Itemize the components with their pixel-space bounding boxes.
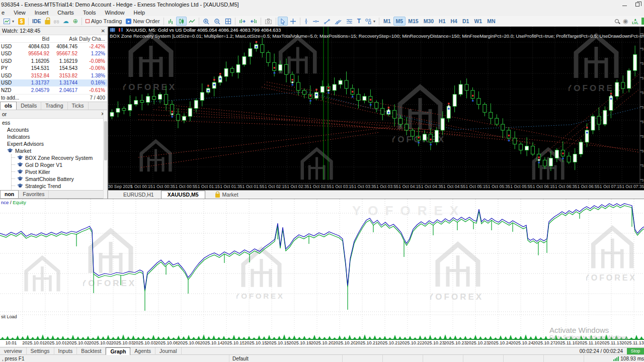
- tester-tab-backtest[interactable]: Backtest: [77, 347, 106, 355]
- market-tab[interactable]: Market: [215, 192, 238, 199]
- market-watch-row[interactable]: USD1.317371.317440.16%: [0, 79, 107, 87]
- tester-tab-settings[interactable]: Settings: [27, 347, 54, 355]
- metaeditor-button[interactable]: IDE: [30, 17, 43, 26]
- restore-button[interactable]: [631, 1, 644, 8]
- menu-item-e[interactable]: e: [0, 10, 9, 16]
- shapes-tool-button[interactable]: ▾: [363, 17, 377, 26]
- menu-item-charts[interactable]: Charts: [53, 10, 78, 16]
- tester-tab-verview[interactable]: verview: [0, 347, 27, 355]
- new-order-button[interactable]: ▸New Order: [124, 17, 162, 26]
- minimize-button[interactable]: [618, 1, 631, 8]
- market-watch-row[interactable]: USD1.162051.16219-0.08%: [0, 57, 107, 65]
- bars-chart-button[interactable]: [166, 17, 176, 26]
- timeframe-h1[interactable]: H1: [436, 17, 448, 26]
- timeframe-m30[interactable]: M30: [421, 17, 436, 26]
- chart-profile-button[interactable]: ▾: [1, 17, 16, 26]
- community-button[interactable]: ◉: [621, 17, 630, 26]
- menu-item-insert[interactable]: Insert: [30, 10, 53, 16]
- time-label: 1 Oct 00:15: [130, 184, 152, 190]
- chart-tab-xauusd-m5[interactable]: XAUUSD,M5: [161, 191, 205, 199]
- timeframe-h4[interactable]: H4: [448, 17, 460, 26]
- market-watch-row[interactable]: USD95654.9295667.521.22%: [0, 50, 107, 58]
- tab-ticks[interactable]: Ticks: [68, 102, 89, 110]
- chart-plot[interactable]: YOFOREXYOFOREXYOFOREX 33333333333 XAUUSD…: [108, 27, 644, 184]
- cursor-tool-button[interactable]: [278, 17, 288, 26]
- column-ask[interactable]: Ask: [50, 36, 78, 42]
- hline-tool-button[interactable]: [310, 17, 321, 26]
- tab-ols[interactable]: ols: [0, 102, 17, 110]
- chart-tab-eurusd-h1[interactable]: EURUSD,H1: [117, 191, 160, 199]
- menu-item-view[interactable]: View: [9, 10, 30, 16]
- menu-item-help[interactable]: Help: [129, 10, 150, 16]
- search-button[interactable]: [613, 17, 621, 26]
- navigator-item-indicators[interactable]: Indicators: [0, 133, 107, 140]
- algo-trading-button[interactable]: Algo Trading: [84, 17, 124, 26]
- time-label: 1 Oct 02:35: [287, 184, 309, 190]
- navigator-ea-item[interactable]: Strategic Trend: [12, 183, 107, 190]
- navigator-scrollbar[interactable]: [103, 110, 107, 199]
- level-button[interactable]: ▲LVL: [630, 17, 640, 26]
- column-daily-change[interactable]: Daily Cha...: [78, 36, 107, 42]
- market-watch-row[interactable]: USD4084.6334084.745-2.42%: [0, 43, 107, 50]
- navigator-item-label: Accounts: [7, 127, 29, 133]
- ea-label: Strategic Trend: [25, 183, 61, 189]
- crosshair-tool-button[interactable]: [288, 17, 298, 26]
- status-profile[interactable]: Default: [229, 355, 342, 362]
- navigator-item-market[interactable]: Market: [0, 147, 107, 154]
- navigator-ea-item[interactable]: Gol D Roger V1: [12, 161, 107, 168]
- equidistant-tool-button[interactable]: [344, 17, 355, 26]
- navigator-item-accounts[interactable]: Accounts: [0, 126, 107, 133]
- tile-windows-button[interactable]: [223, 17, 233, 26]
- tab-trading[interactable]: Trading: [41, 102, 67, 110]
- trendline-tool-button[interactable]: [321, 17, 333, 26]
- timeframe-m1[interactable]: M1: [381, 17, 393, 26]
- channel-tool-button[interactable]: [333, 17, 344, 26]
- navigator-ea-item[interactable]: Pivot Killer: [12, 168, 107, 175]
- deposit-button[interactable]: $: [16, 17, 27, 26]
- text-tool-button[interactable]: T: [355, 17, 363, 26]
- timeframe-m15[interactable]: M15: [406, 17, 421, 26]
- stop-button[interactable]: Stop: [627, 348, 644, 354]
- vline-tool-button[interactable]: [302, 17, 310, 26]
- market-watch-row[interactable]: PY154.531154.543-0.06%: [0, 65, 107, 72]
- tab-details[interactable]: Details: [17, 102, 41, 110]
- navigator-root[interactable]: ess: [0, 119, 107, 126]
- menu-item-tools[interactable]: Tools: [78, 10, 101, 16]
- tree-connector: [12, 186, 15, 186]
- navigator-ea-item[interactable]: BOX Zone Recovery System: [12, 154, 107, 161]
- tester-tab-journal[interactable]: Journal: [155, 347, 181, 355]
- close-icon[interactable]: ✕: [101, 28, 105, 34]
- tester-tab-inputs[interactable]: Inputs: [54, 347, 77, 355]
- tester-tab-bar: verviewSettingsInputsBacktestGraphAgents…: [0, 347, 644, 354]
- navigator-ea-item[interactable]: SmartChoise Battery: [12, 175, 107, 183]
- line-chart-button[interactable]: [187, 17, 197, 26]
- timeframe-d1[interactable]: D1: [460, 17, 471, 26]
- connection-status[interactable]: 108.93 ms: [584, 355, 644, 362]
- market-watch-row[interactable]: USD3152.843153.821.38%: [0, 72, 107, 79]
- navigator-item-expert-advisors[interactable]: Expert Advisors: [0, 140, 107, 147]
- tester-tab-agents[interactable]: Agents: [130, 347, 155, 355]
- market-button[interactable]: [43, 17, 52, 26]
- web-terminal-button[interactable]: ⊕: [71, 17, 80, 26]
- menu-item-window[interactable]: Window: [100, 10, 129, 16]
- timeframe-w1[interactable]: W1: [471, 17, 485, 26]
- market-watch-row[interactable]: NZD2.045792.04617-0.61%: [0, 86, 107, 94]
- time-label: 1 Oct 01:15: [198, 184, 220, 190]
- symbol-cell: NZD: [0, 87, 22, 93]
- chart-shift-button[interactable]: [248, 17, 259, 26]
- column-bid[interactable]: Bid: [22, 36, 50, 42]
- candles-chart-button[interactable]: [176, 17, 187, 26]
- navigator-tab-favorites[interactable]: Favorites: [19, 191, 49, 198]
- auto-scroll-button[interactable]: [237, 17, 248, 26]
- screenshot-button[interactable]: [263, 17, 274, 26]
- date-axis: 10.012025.10.012025.10.012025.10.022025.…: [0, 340, 644, 347]
- zoom-in-button[interactable]: [201, 17, 212, 26]
- zoom-out-button[interactable]: [212, 17, 223, 26]
- vps-button[interactable]: ☁: [61, 17, 71, 26]
- timeframe-mn[interactable]: MN: [485, 17, 498, 26]
- tester-tab-graph[interactable]: Graph: [106, 347, 130, 355]
- navigator-tab-non[interactable]: non: [0, 190, 19, 198]
- timeframe-m5[interactable]: M5: [393, 17, 406, 26]
- signals-button[interactable]: ((o)): [52, 17, 61, 26]
- click-to-add[interactable]: to add...: [0, 95, 53, 101]
